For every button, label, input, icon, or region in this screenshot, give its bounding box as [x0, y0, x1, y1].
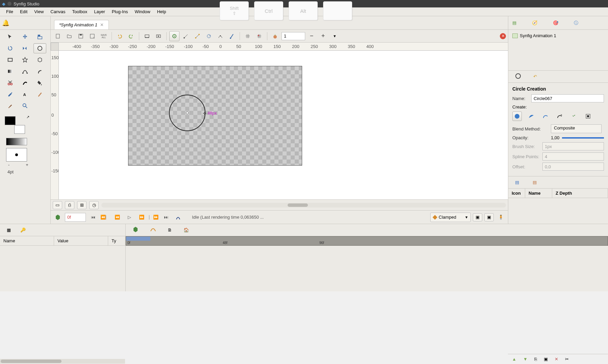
params-col-value[interactable]: Value — [54, 236, 108, 245]
redo-button[interactable] — [126, 31, 136, 41]
cancel-render-button[interactable]: ✕ — [500, 33, 506, 39]
draw-tool[interactable] — [33, 66, 46, 76]
seek-fwd-button[interactable]: ⏩ — [137, 213, 147, 222]
create-curve-gradient-icon[interactable] — [555, 112, 564, 121]
menu-window[interactable]: Window — [131, 8, 153, 16]
preview-button[interactable] — [153, 31, 164, 41]
smooth-move-tool[interactable] — [19, 32, 31, 42]
menu-canvas[interactable]: Canvas — [47, 8, 69, 16]
save-as-button[interactable] — [87, 31, 97, 41]
menu-edit[interactable]: Edit — [17, 8, 31, 16]
spline-tool[interactable] — [19, 66, 31, 76]
info-tab-icon[interactable]: ⓘ — [574, 20, 578, 26]
layers-tab-icon[interactable]: ▤ — [515, 180, 519, 185]
menu-plugins[interactable]: Plug-Ins — [108, 8, 131, 16]
transform-tool[interactable] — [4, 32, 17, 42]
onion-button[interactable] — [270, 31, 280, 41]
opacity-slider[interactable] — [562, 137, 604, 139]
zoom-in-button[interactable]: + — [318, 31, 328, 41]
time-selection[interactable] — [126, 237, 150, 241]
show-width-button[interactable] — [192, 31, 202, 41]
bg-color-swatch[interactable] — [14, 125, 25, 134]
fg-bg-swatches[interactable] — [5, 116, 25, 134]
tool-options-tab-icon[interactable] — [515, 73, 521, 80]
timetrack-tab-icon[interactable] — [132, 226, 139, 234]
cutout-tool[interactable] — [4, 78, 17, 88]
rectangle-tool[interactable] — [4, 55, 17, 65]
params-col-name[interactable]: Name — [0, 236, 54, 245]
animate-mode-button[interactable] — [53, 213, 63, 222]
upper-bound-button[interactable]: ▣ — [484, 213, 494, 221]
layer-delete-icon[interactable]: ✕ — [555, 357, 558, 362]
create-region-icon[interactable] — [512, 112, 522, 121]
gradient-swatch[interactable] — [6, 138, 27, 145]
render-button[interactable] — [142, 31, 152, 41]
circle-tool[interactable] — [33, 43, 46, 53]
zoom-tool[interactable] — [19, 101, 31, 111]
seek-prev-key-button[interactable]: ⏪⎸ — [100, 213, 110, 222]
text-tool[interactable]: A — [19, 89, 31, 99]
create-plant-icon[interactable] — [569, 112, 579, 121]
navigator-tab-icon[interactable]: 🧭 — [532, 20, 537, 25]
brush-tool[interactable] — [4, 101, 17, 111]
create-outline-icon[interactable] — [527, 112, 536, 121]
gradient-tool[interactable] — [4, 66, 17, 76]
show-vertex-button[interactable] — [215, 31, 225, 41]
brush-larger[interactable]: + — [26, 162, 28, 167]
save-button[interactable] — [76, 31, 86, 41]
show-handles-button[interactable] — [169, 31, 179, 41]
brush-preview[interactable] — [6, 148, 27, 162]
menu-layer[interactable]: Layer — [91, 8, 108, 16]
curves-tab-icon[interactable] — [150, 226, 156, 234]
show-tangents-button[interactable] — [181, 31, 191, 41]
canvas-browser-tab-icon[interactable]: ▤ — [512, 20, 516, 25]
layer-up-icon[interactable]: ▲ — [512, 357, 516, 362]
layer-down-icon[interactable]: ▼ — [523, 357, 528, 362]
layer-cut-icon[interactable]: ✂ — [565, 357, 569, 362]
polygon-tool[interactable] — [33, 55, 46, 65]
show-angle-button[interactable] — [204, 31, 214, 41]
rotate-tool[interactable] — [4, 43, 17, 53]
canvas[interactable]: ✛ 48px — [59, 51, 508, 199]
history-tab-icon[interactable]: ↶ — [533, 74, 537, 79]
create-advanced-outline-icon[interactable] — [541, 112, 550, 121]
blend-method-dropdown[interactable]: Composite — [551, 124, 602, 133]
grid-button[interactable] — [243, 31, 253, 41]
undo-button[interactable] — [115, 31, 125, 41]
save-all-button[interactable]: SAVE ALL — [99, 31, 109, 41]
menu-file[interactable]: File — [3, 8, 17, 16]
animate-edit-icon[interactable]: 🧍 — [496, 213, 506, 222]
bounds-mode-dropdown[interactable]: Clamped ▾ — [430, 213, 471, 222]
lower-bound-button[interactable]: ▣ — [473, 213, 482, 221]
time-ruler[interactable]: 0f 48f 96f — [126, 236, 608, 246]
seek-back-button[interactable]: ⏪ — [112, 213, 122, 222]
brush-smaller[interactable]: - — [8, 162, 9, 167]
layers-col-icon[interactable]: Icon — [508, 189, 525, 198]
keyframes-tab-icon[interactable]: 🔑 — [20, 227, 26, 233]
close-tab-icon[interactable]: ✕ — [100, 22, 104, 27]
play-button[interactable]: ▷ — [124, 213, 135, 222]
name-field[interactable] — [531, 94, 604, 102]
document-tab[interactable]: *Synfig Animation 1 ✕ — [54, 20, 109, 29]
seek-begin-button[interactable]: ⏮ — [88, 213, 98, 222]
zoom-out-button[interactable]: − — [307, 31, 317, 41]
mirror-tool[interactable] — [19, 43, 31, 53]
open-file-button[interactable] — [64, 31, 74, 41]
menu-help[interactable]: Help — [154, 8, 170, 16]
params-col-type[interactable]: Ty — [108, 236, 125, 245]
toggle-timebar-button[interactable]: ▭ — [53, 201, 62, 209]
seek-next-key-button[interactable]: ⎸⏩ — [149, 213, 159, 222]
menu-view[interactable]: View — [31, 8, 47, 16]
origin-handle[interactable] — [186, 112, 189, 114]
canvas-browser-item[interactable]: Synfig Animation 1 — [512, 32, 605, 39]
layer-group-icon[interactable]: ▣ — [544, 357, 548, 362]
fill-tool[interactable] — [33, 78, 46, 88]
toggle-resolution-button[interactable]: ◷ — [89, 201, 99, 209]
children-tab-icon[interactable]: 🏠 — [184, 227, 189, 233]
sketch-tool[interactable] — [33, 89, 46, 99]
library-tab-icon[interactable]: ▤ — [533, 180, 537, 185]
swap-colors-icon[interactable]: ↗ — [26, 115, 29, 119]
zoom-field[interactable] — [282, 32, 305, 40]
width-tool[interactable] — [19, 78, 31, 88]
layers-col-zdepth[interactable]: Z Depth — [552, 189, 608, 198]
